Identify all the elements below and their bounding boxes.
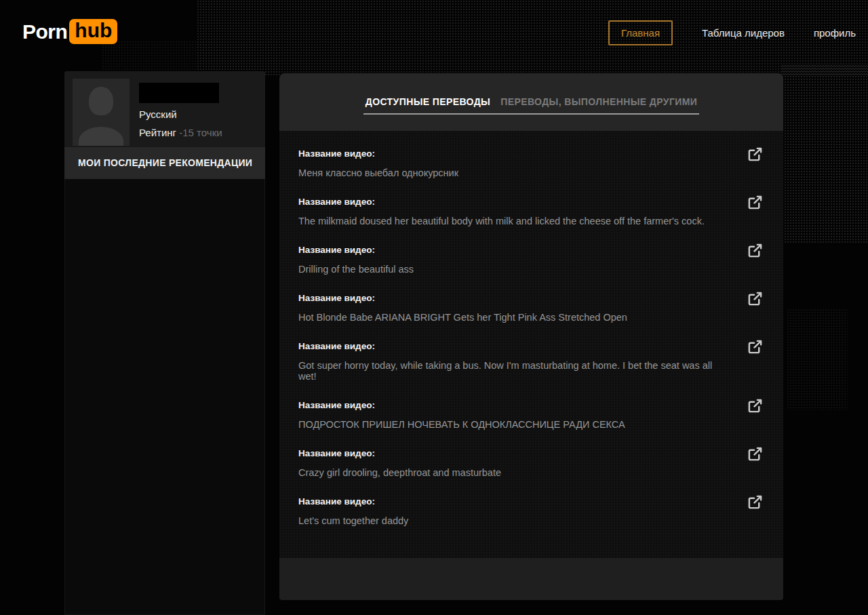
world-map-texture (102, 41, 278, 73)
translation-item: Название видео: The milkmaid doused her … (298, 197, 767, 226)
tabs-header: ДОСТУПНЫЕ ПЕРЕВОДЫ ПЕРЕВОДЫ, ВЫПОЛНЕННЫЕ… (279, 73, 783, 131)
user-meta: Русский Рейтинг -15 точки (139, 79, 222, 140)
video-title: Drilling of the beautiful ass (298, 264, 726, 275)
translations-panel: ДОСТУПНЫЕ ПЕРЕВОДЫ ПЕРЕВОДЫ, ВЫПОЛНЕННЫЕ… (279, 73, 783, 600)
nav-item-profile[interactable]: профиль (814, 27, 856, 39)
user-language: Русский (139, 108, 222, 120)
logo-text-porn: Porn (22, 20, 67, 43)
translation-item: Название видео: Got super horny today, w… (298, 341, 767, 382)
video-title: Hot Blonde Babe ARIANA BRIGHT Gets her T… (298, 312, 726, 323)
tabs: ДОСТУПНЫЕ ПЕРЕВОДЫ ПЕРЕВОДЫ, ВЫПОЛНЕННЫЕ… (363, 96, 699, 115)
avatar-shoulders-shape (79, 127, 123, 146)
video-title-label: Название видео: (298, 148, 726, 159)
pornhub-logo[interactable]: Porn hub (22, 19, 117, 44)
external-link-icon[interactable] (747, 291, 763, 306)
video-title-label: Название видео: (298, 197, 726, 207)
sidebar: Русский Рейтинг -15 точки МОИ ПОСЛЕДНИЕ … (64, 71, 265, 615)
external-link-icon[interactable] (747, 146, 763, 162)
video-title-label: Название видео: (298, 496, 726, 507)
avatar-head-shape (89, 87, 113, 115)
external-link-icon[interactable] (747, 398, 763, 414)
video-title: Got super horny today, while taking a bu… (298, 360, 726, 382)
external-link-icon[interactable] (747, 494, 763, 510)
page: Porn hub Главная Таблица лидеров профиль… (0, 0, 868, 615)
external-link-icon[interactable] (747, 195, 763, 210)
video-title-label: Название видео: (298, 400, 726, 410)
external-link-icon[interactable] (747, 243, 763, 258)
user-info: Русский Рейтинг -15 точки (64, 71, 265, 147)
rating-value: -15 точки (179, 127, 222, 138)
tab-available-translations[interactable]: ДОСТУПНЫЕ ПЕРЕВОДЫ (366, 96, 490, 107)
video-title: Меня классно выебал однокурсник (298, 167, 726, 178)
translation-item: Название видео: Let's cum together daddy (298, 496, 767, 526)
video-title-label: Название видео: (298, 245, 726, 255)
translation-item: Название видео: Drilling of the beautifu… (298, 245, 767, 275)
main-nav: Главная Таблица лидеров профиль (608, 20, 856, 45)
video-title: Crazy girl drooling, deepthroat and mast… (298, 467, 726, 478)
world-map-texture (787, 309, 848, 410)
world-map-texture (781, 64, 868, 244)
translation-item: Название видео: ПОДРОСТОК ПРИШЕЛ НОЧЕВАТ… (298, 400, 767, 430)
translation-item: Название видео: Меня классно выебал одно… (298, 148, 767, 178)
video-title-label: Название видео: (298, 293, 726, 303)
user-rating: Рейтинг -15 точки (139, 127, 222, 138)
video-title-label: Название видео: (298, 448, 726, 458)
recommendations-header: МОИ ПОСЛЕДНИЕ РЕКОМЕНДАЦИИ (64, 147, 265, 179)
redacted-username (139, 83, 219, 103)
translation-item: Название видео: Crazy girl drooling, dee… (298, 448, 767, 478)
panel-footer (279, 558, 783, 600)
video-title: The milkmaid doused her beautiful body w… (298, 216, 726, 226)
recommendations-body (64, 179, 265, 615)
translation-item: Название видео: Hot Blonde Babe ARIANA B… (298, 293, 767, 323)
nav-item-home[interactable]: Главная (608, 20, 673, 45)
external-link-icon[interactable] (747, 446, 763, 462)
external-link-icon[interactable] (747, 339, 763, 355)
logo-text-hub: hub (69, 19, 117, 44)
translations-list: Название видео: Меня классно выебал одно… (279, 131, 783, 558)
rating-label: Рейтинг (139, 127, 176, 138)
video-title: ПОДРОСТОК ПРИШЕЛ НОЧЕВАТЬ К ОДНОКЛАССНИЦ… (298, 419, 726, 430)
video-title-label: Название видео: (298, 341, 726, 351)
tab-translations-by-others[interactable]: ПЕРЕВОДЫ, ВЫПОЛНЕННЫЕ ДРУГИМИ (500, 96, 697, 107)
avatar (73, 79, 130, 146)
nav-item-leaderboard[interactable]: Таблица лидеров (702, 27, 785, 39)
video-title: Let's cum together daddy (298, 515, 726, 526)
